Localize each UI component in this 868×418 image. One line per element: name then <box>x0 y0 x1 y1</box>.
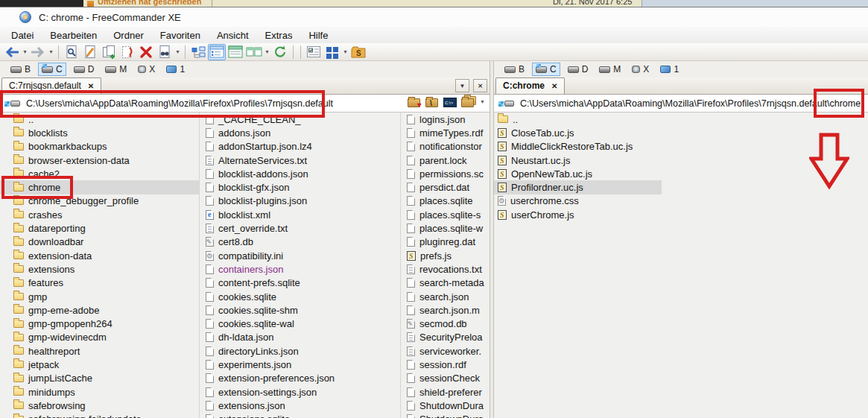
file-row[interactable]: jumpListCache <box>0 372 199 385</box>
file-row[interactable]: cert_override.txt <box>200 221 400 235</box>
file-row[interactable]: addonStartup.json.lz4 <box>200 140 400 153</box>
file-row[interactable]: sessionCheck <box>402 372 490 385</box>
file-row[interactable]: SecurityPreloa <box>402 331 490 344</box>
file-row[interactable]: places.sqlite <box>402 194 490 208</box>
file-row[interactable]: search.json.m <box>402 303 490 317</box>
file-row[interactable]: dh-ldata.json <box>200 331 400 344</box>
file-row[interactable]: datareporting <box>0 221 199 235</box>
file-row[interactable]: gmp <box>0 290 199 303</box>
file-row[interactable]: extensions <box>0 262 199 276</box>
file-row[interactable]: OpenNewTab.uc.js <box>494 167 662 180</box>
drive-button-d[interactable]: D <box>71 63 98 75</box>
tab-list-dropdown-button[interactable]: ▼ <box>455 79 469 92</box>
file-row[interactable]: .. <box>494 113 662 126</box>
file-row[interactable]: userChrome.js <box>494 208 662 221</box>
menu-item-extras[interactable]: Extras <box>257 28 301 43</box>
file-row[interactable]: cookies.sqlite-shm <box>200 303 400 317</box>
file-row[interactable]: cache2 <box>0 167 199 180</box>
list-view-button[interactable] <box>208 44 226 60</box>
drive-button-c[interactable]: C <box>533 63 560 75</box>
file-row[interactable]: blocklists <box>0 126 199 139</box>
menu-item-bearbeiten[interactable]: Bearbeiten <box>42 28 105 43</box>
file-row[interactable]: blocklist-plugins.json <box>200 194 400 208</box>
drive-button-1[interactable]: 1 <box>163 63 188 75</box>
file-row[interactable]: chrome <box>0 180 199 194</box>
file-row[interactable]: crashes <box>0 208 199 221</box>
left-folder-tab[interactable]: C:7rnjsqsn.default ✕ <box>1 77 101 94</box>
file-row[interactable]: extensions.sqlite <box>200 413 400 418</box>
file-row[interactable]: downloadbar <box>0 235 199 249</box>
file-row[interactable]: cookies.sqlite <box>200 290 400 303</box>
file-row[interactable]: gmp-gmpopenh264 <box>0 317 199 330</box>
menu-item-ansicht[interactable]: Ansicht <box>209 28 257 43</box>
close-panel-tab-button[interactable]: ✕ <box>473 79 487 92</box>
delete-button[interactable] <box>137 44 155 60</box>
file-row[interactable]: healthreport <box>0 344 199 358</box>
drive-button-x[interactable]: X <box>135 63 158 75</box>
file-row[interactable]: cert8.db <box>200 235 400 249</box>
file-row[interactable]: directoryLinks.json <box>200 344 400 358</box>
file-row[interactable]: AlternateServices.txt <box>200 153 400 167</box>
search-caret-icon[interactable]: ▾ <box>174 48 181 55</box>
file-row[interactable]: mimeTypes.rdf <box>402 126 490 139</box>
file-row[interactable]: jetpack <box>0 358 199 371</box>
menu-item-ordner[interactable]: Ordner <box>105 28 151 43</box>
file-row[interactable]: ShutdownDura <box>402 413 490 418</box>
file-row[interactable]: containers.json <box>200 262 400 276</box>
views-caret-icon[interactable]: ▾ <box>264 48 270 55</box>
folder-tree-button[interactable] <box>189 44 207 60</box>
file-row[interactable]: blocklist-gfx.json <box>200 180 400 194</box>
menu-item-hilfe[interactable]: Hilfe <box>300 28 336 43</box>
file-row[interactable]: browser-extension-data <box>0 153 199 167</box>
file-row[interactable]: prefs.js <box>402 249 490 262</box>
view-settings-button[interactable] <box>305 44 323 60</box>
file-row[interactable]: features <box>0 276 199 290</box>
file-row[interactable]: places.sqlite-s <box>402 208 490 221</box>
copy-folders-icon[interactable] <box>461 96 475 107</box>
file-row[interactable]: blocklist-addons.json <box>200 167 400 180</box>
drive-button-m[interactable]: M <box>102 63 130 75</box>
drive-button-m[interactable]: M <box>596 63 624 75</box>
file-row[interactable]: userchrome.css <box>494 194 662 208</box>
file-row[interactable]: revocations.txt <box>402 262 490 276</box>
file-row[interactable]: minidumps <box>0 385 199 399</box>
file-row[interactable]: .. <box>0 113 199 126</box>
menu-item-favoriten[interactable]: Favoriten <box>152 28 209 43</box>
file-row[interactable]: parent.lock <box>402 153 490 167</box>
paste-button[interactable] <box>118 44 136 60</box>
s-folder-button[interactable]: S <box>349 44 367 60</box>
file-row[interactable]: cookies.sqlite-wal <box>200 317 400 330</box>
root-folder-icon[interactable]: \ <box>425 96 439 107</box>
file-row[interactable]: places.sqlite-w <box>402 221 490 235</box>
file-row[interactable]: chrome_debugger_profile <box>0 194 199 208</box>
file-row[interactable]: content-prefs.sqlite <box>200 276 400 290</box>
address-tools-caret-icon[interactable]: ▾ <box>479 98 486 105</box>
thumbnails-view-button[interactable] <box>245 44 263 60</box>
quick-access-caret-icon[interactable]: ▾ <box>342 48 349 55</box>
file-row[interactable]: safebrowsing <box>0 399 199 412</box>
forward-button[interactable] <box>29 44 47 60</box>
left-address-bar[interactable]: C:\Users\micha\AppData\Roaming\Mozilla\F… <box>0 95 490 113</box>
file-row[interactable]: extension-data <box>0 249 199 262</box>
drive-button-c[interactable]: C <box>39 63 66 75</box>
back-history-caret-icon[interactable]: ▾ <box>22 48 28 55</box>
file-row[interactable]: compatibility.ini <box>200 249 400 262</box>
file-row[interactable]: search-metada <box>402 276 490 290</box>
file-row[interactable]: session.rdf <box>402 358 490 371</box>
view-file-button[interactable] <box>63 44 80 60</box>
details-view-button[interactable] <box>226 44 244 60</box>
file-row[interactable]: blocklist.xml <box>200 208 400 221</box>
file-row[interactable]: gmp-eme-adobe <box>0 303 199 317</box>
quick-access-button[interactable] <box>323 44 341 60</box>
close-tab-icon[interactable]: ✕ <box>88 82 94 90</box>
file-row[interactable]: permissions.sc <box>402 167 490 180</box>
file-row[interactable]: _CACHE_CLEAN_ <box>200 113 400 126</box>
close-tab-icon[interactable]: ✕ <box>551 82 557 90</box>
edit-file-button[interactable] <box>81 44 99 60</box>
file-row[interactable]: experiments.json <box>200 358 400 371</box>
forward-history-caret-icon[interactable]: ▾ <box>48 48 54 55</box>
file-row[interactable]: extension-settings.json <box>200 385 400 399</box>
command-prompt-icon[interactable]: C:\> <box>443 96 457 107</box>
file-row[interactable]: secmod.db <box>402 317 490 330</box>
file-row[interactable]: safebrowsing-failedupdate <box>0 413 199 418</box>
